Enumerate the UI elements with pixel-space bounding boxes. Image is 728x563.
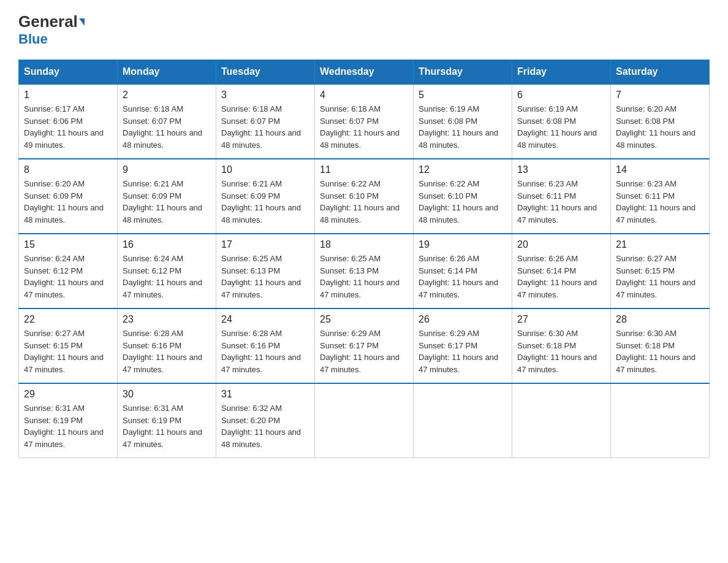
calendar-table: SundayMondayTuesdayWednesdayThursdayFrid… (18, 59, 710, 458)
day-info: Sunrise: 6:32 AM Sunset: 6:20 PM Dayligh… (221, 402, 309, 450)
calendar-day-cell: 24 Sunrise: 6:28 AM Sunset: 6:16 PM Dayl… (216, 308, 315, 383)
weekday-header-monday: Monday (118, 60, 216, 85)
calendar-day-cell: 2 Sunrise: 6:18 AM Sunset: 6:07 PM Dayli… (118, 84, 216, 159)
day-number: 15 (24, 239, 112, 250)
day-info: Sunrise: 6:18 AM Sunset: 6:07 PM Dayligh… (221, 103, 309, 151)
day-info: Sunrise: 6:28 AM Sunset: 6:16 PM Dayligh… (123, 327, 211, 375)
day-info: Sunrise: 6:24 AM Sunset: 6:12 PM Dayligh… (24, 253, 112, 301)
day-info: Sunrise: 6:27 AM Sunset: 6:15 PM Dayligh… (24, 327, 112, 375)
day-number: 18 (320, 239, 408, 250)
calendar-day-cell: 31 Sunrise: 6:32 AM Sunset: 6:20 PM Dayl… (216, 383, 315, 458)
day-info: Sunrise: 6:20 AM Sunset: 6:08 PM Dayligh… (616, 103, 704, 151)
day-info: Sunrise: 6:26 AM Sunset: 6:14 PM Dayligh… (419, 253, 507, 301)
day-info: Sunrise: 6:22 AM Sunset: 6:10 PM Dayligh… (320, 178, 408, 226)
day-info: Sunrise: 6:20 AM Sunset: 6:09 PM Dayligh… (24, 178, 112, 226)
day-info: Sunrise: 6:26 AM Sunset: 6:14 PM Dayligh… (517, 253, 605, 301)
day-info: Sunrise: 6:24 AM Sunset: 6:12 PM Dayligh… (123, 253, 211, 301)
day-number: 9 (123, 164, 211, 175)
calendar-day-cell: 20 Sunrise: 6:26 AM Sunset: 6:14 PM Dayl… (512, 234, 611, 308)
calendar-header-row: SundayMondayTuesdayWednesdayThursdayFrid… (19, 60, 710, 85)
calendar-day-cell: 8 Sunrise: 6:20 AM Sunset: 6:09 PM Dayli… (19, 159, 118, 234)
day-number: 19 (419, 239, 507, 250)
calendar-day-cell: 19 Sunrise: 6:26 AM Sunset: 6:14 PM Dayl… (414, 234, 512, 308)
day-info: Sunrise: 6:19 AM Sunset: 6:08 PM Dayligh… (419, 103, 507, 151)
day-number: 13 (517, 164, 605, 175)
day-number: 6 (517, 90, 605, 101)
day-number: 3 (221, 90, 309, 101)
weekday-header-friday: Friday (512, 60, 611, 85)
calendar-day-cell: 6 Sunrise: 6:19 AM Sunset: 6:08 PM Dayli… (512, 84, 611, 159)
calendar-day-cell: 18 Sunrise: 6:25 AM Sunset: 6:13 PM Dayl… (315, 234, 414, 308)
day-number: 26 (419, 314, 507, 325)
calendar-week-row: 29 Sunrise: 6:31 AM Sunset: 6:19 PM Dayl… (19, 383, 710, 458)
day-number: 23 (123, 314, 211, 325)
day-number: 14 (616, 164, 704, 175)
day-info: Sunrise: 6:23 AM Sunset: 6:11 PM Dayligh… (517, 178, 605, 226)
calendar-day-cell: 14 Sunrise: 6:23 AM Sunset: 6:11 PM Dayl… (611, 159, 710, 234)
calendar-day-cell: 27 Sunrise: 6:30 AM Sunset: 6:18 PM Dayl… (512, 308, 611, 383)
empty-cell (512, 383, 611, 458)
day-info: Sunrise: 6:18 AM Sunset: 6:07 PM Dayligh… (320, 103, 408, 151)
empty-cell (315, 383, 414, 458)
day-info: Sunrise: 6:27 AM Sunset: 6:15 PM Dayligh… (616, 253, 704, 301)
page-header: General Blue (18, 12, 710, 47)
weekday-header-wednesday: Wednesday (315, 60, 414, 85)
day-number: 17 (221, 239, 309, 250)
calendar-day-cell: 10 Sunrise: 6:21 AM Sunset: 6:09 PM Dayl… (216, 159, 315, 234)
day-info: Sunrise: 6:25 AM Sunset: 6:13 PM Dayligh… (221, 253, 309, 301)
weekday-header-saturday: Saturday (611, 60, 710, 85)
day-number: 10 (221, 164, 309, 175)
day-info: Sunrise: 6:29 AM Sunset: 6:17 PM Dayligh… (419, 327, 507, 375)
day-number: 12 (419, 164, 507, 175)
day-info: Sunrise: 6:19 AM Sunset: 6:08 PM Dayligh… (517, 103, 605, 151)
day-number: 24 (221, 314, 309, 325)
day-number: 5 (419, 90, 507, 101)
day-number: 4 (320, 90, 408, 101)
calendar-day-cell: 15 Sunrise: 6:24 AM Sunset: 6:12 PM Dayl… (19, 234, 118, 308)
calendar-day-cell: 29 Sunrise: 6:31 AM Sunset: 6:19 PM Dayl… (19, 383, 118, 458)
calendar-day-cell: 21 Sunrise: 6:27 AM Sunset: 6:15 PM Dayl… (611, 234, 710, 308)
calendar-day-cell: 23 Sunrise: 6:28 AM Sunset: 6:16 PM Dayl… (118, 308, 216, 383)
day-number: 16 (123, 239, 211, 250)
logo-general-text: General (18, 12, 78, 31)
day-number: 30 (123, 389, 211, 400)
day-number: 7 (616, 90, 704, 101)
day-info: Sunrise: 6:23 AM Sunset: 6:11 PM Dayligh… (616, 178, 704, 226)
calendar-day-cell: 30 Sunrise: 6:31 AM Sunset: 6:19 PM Dayl… (118, 383, 216, 458)
day-info: Sunrise: 6:30 AM Sunset: 6:18 PM Dayligh… (517, 327, 605, 375)
logo: General Blue (18, 12, 85, 47)
day-info: Sunrise: 6:30 AM Sunset: 6:18 PM Dayligh… (616, 327, 704, 375)
day-info: Sunrise: 6:31 AM Sunset: 6:19 PM Dayligh… (123, 402, 211, 450)
day-info: Sunrise: 6:18 AM Sunset: 6:07 PM Dayligh… (123, 103, 211, 151)
day-number: 22 (24, 314, 112, 325)
calendar-day-cell: 12 Sunrise: 6:22 AM Sunset: 6:10 PM Dayl… (414, 159, 512, 234)
day-info: Sunrise: 6:21 AM Sunset: 6:09 PM Dayligh… (123, 178, 211, 226)
day-info: Sunrise: 6:17 AM Sunset: 6:06 PM Dayligh… (24, 103, 112, 151)
day-number: 29 (24, 389, 112, 400)
calendar-day-cell: 4 Sunrise: 6:18 AM Sunset: 6:07 PM Dayli… (315, 84, 414, 159)
calendar-day-cell: 28 Sunrise: 6:30 AM Sunset: 6:18 PM Dayl… (611, 308, 710, 383)
calendar-week-row: 22 Sunrise: 6:27 AM Sunset: 6:15 PM Dayl… (19, 308, 710, 383)
day-number: 31 (221, 389, 309, 400)
calendar-day-cell: 3 Sunrise: 6:18 AM Sunset: 6:07 PM Dayli… (216, 84, 315, 159)
day-number: 27 (517, 314, 605, 325)
calendar-week-row: 8 Sunrise: 6:20 AM Sunset: 6:09 PM Dayli… (19, 159, 710, 234)
weekday-header-thursday: Thursday (414, 60, 512, 85)
logo-triangle-icon (79, 18, 85, 26)
calendar-week-row: 15 Sunrise: 6:24 AM Sunset: 6:12 PM Dayl… (19, 234, 710, 308)
calendar-day-cell: 7 Sunrise: 6:20 AM Sunset: 6:08 PM Dayli… (611, 84, 710, 159)
calendar-day-cell: 25 Sunrise: 6:29 AM Sunset: 6:17 PM Dayl… (315, 308, 414, 383)
empty-cell (611, 383, 710, 458)
day-info: Sunrise: 6:31 AM Sunset: 6:19 PM Dayligh… (24, 402, 112, 450)
calendar-day-cell: 9 Sunrise: 6:21 AM Sunset: 6:09 PM Dayli… (118, 159, 216, 234)
day-number: 8 (24, 164, 112, 175)
day-info: Sunrise: 6:28 AM Sunset: 6:16 PM Dayligh… (221, 327, 309, 375)
calendar-day-cell: 22 Sunrise: 6:27 AM Sunset: 6:15 PM Dayl… (19, 308, 118, 383)
calendar-day-cell: 26 Sunrise: 6:29 AM Sunset: 6:17 PM Dayl… (414, 308, 512, 383)
day-number: 28 (616, 314, 704, 325)
logo-blue-text: Blue (18, 31, 48, 47)
day-number: 25 (320, 314, 408, 325)
weekday-header-sunday: Sunday (19, 60, 118, 85)
calendar-day-cell: 13 Sunrise: 6:23 AM Sunset: 6:11 PM Dayl… (512, 159, 611, 234)
day-number: 20 (517, 239, 605, 250)
